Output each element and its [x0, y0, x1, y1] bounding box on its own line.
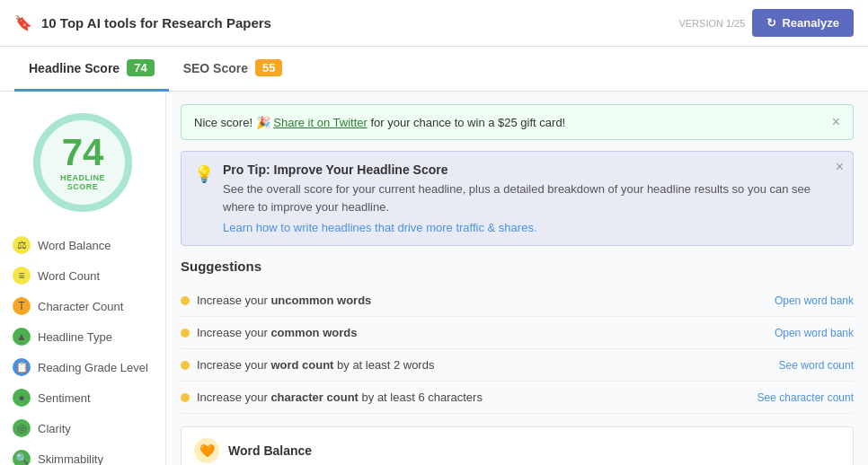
top-bar: 🔖 10 Top AI tools for Research Papers VE… — [0, 0, 868, 47]
suggestion-item-common-words: Increase your common words Open word ban… — [181, 317, 854, 349]
word-balance-section: 🧡 Word Balance — [181, 426, 854, 465]
headline-score-badge: 74 — [127, 59, 154, 76]
seo-score-badge: 55 — [255, 59, 282, 76]
headline-type-icon: ▲ — [13, 328, 31, 346]
word-count-icon: ≡ — [13, 267, 31, 285]
sidebar-item-skimmability[interactable]: 🔍 Skimmability — [0, 443, 165, 465]
word-balance-icon: ⚖ — [13, 236, 31, 254]
suggestion-dot — [181, 296, 190, 305]
suggestions-section: Suggestions Increase your uncommon words… — [181, 259, 854, 414]
pro-tip-header: 💡 Pro Tip: Improve Your Headline Score S… — [194, 162, 840, 234]
suggestion-dot — [181, 361, 190, 370]
suggestion-item-uncommon-words: Increase your uncommon words Open word b… — [181, 285, 854, 317]
bookmark-icon: 🔖 — [14, 14, 32, 31]
share-alert: Nice score! 🎉 Share it on Twitter for yo… — [181, 104, 854, 140]
suggestion-text-character-count: Increase your character count by at leas… — [197, 390, 483, 404]
score-circle-label: HEADLINESCORE — [60, 173, 105, 191]
headline-tab-label: Headline Score — [29, 61, 120, 75]
pro-tip-title: Pro Tip: Improve Your Headline Score — [223, 162, 840, 177]
tab-headline[interactable]: Headline Score 74 — [14, 47, 169, 92]
content-area: Nice score! 🎉 Share it on Twitter for yo… — [166, 92, 868, 465]
suggestion-text-uncommon: Increase your uncommon words — [197, 294, 371, 307]
alert-close-button[interactable]: × — [832, 114, 840, 130]
main-content: 74 HEADLINESCORE ⚖ Word Balance ≡ Word C… — [0, 92, 868, 465]
sidebar-item-headline-type[interactable]: ▲ Headline Type — [0, 321, 165, 352]
sidebar-label-clarity: Clarity — [38, 422, 71, 435]
reanalyze-button[interactable]: ↻ Reanalyze — [752, 9, 854, 37]
headline-score-circle: 74 HEADLINESCORE — [33, 113, 132, 212]
reanalyze-icon: ↻ — [766, 16, 776, 30]
word-balance-section-title: Word Balance — [228, 443, 312, 458]
sidebar-item-clarity[interactable]: ◎ Clarity — [0, 413, 165, 443]
suggestion-text-word-count: Increase your word count by at least 2 w… — [197, 358, 434, 372]
pro-tip-close-button[interactable]: × — [836, 159, 844, 175]
score-circle-wrap: 74 HEADLINESCORE — [0, 113, 165, 212]
sidebar-label-word-count: Word Count — [38, 269, 100, 283]
open-word-bank-link-1[interactable]: Open word bank — [775, 294, 854, 307]
reading-grade-icon: 📋 — [13, 358, 31, 376]
tabs-bar: Headline Score 74 SEO Score 55 — [0, 47, 868, 92]
sidebar-label-skimmability: Skimmability — [38, 452, 103, 466]
pro-tip-description: See the overall score for your current h… — [223, 180, 840, 215]
top-bar-right: VERSION 1/25 ↻ Reanalyze — [678, 9, 854, 37]
page-title: 10 Top AI tools for Research Papers — [41, 15, 271, 31]
suggestion-dot — [181, 393, 190, 402]
tab-seo[interactable]: SEO Score 55 — [169, 47, 297, 92]
sidebar-label-headline-type: Headline Type — [38, 330, 112, 344]
word-balance-section-icon: 🧡 — [194, 438, 219, 463]
sidebar-label-character-count: Character Count — [38, 300, 123, 313]
clarity-icon: ◎ — [13, 419, 31, 437]
skimmability-icon: 🔍 — [13, 450, 31, 465]
sidebar-label-reading-grade: Reading Grade Level — [38, 361, 148, 374]
bulb-icon: 💡 — [194, 164, 214, 184]
sidebar-label-word-balance: Word Balance — [38, 239, 111, 252]
version-text: VERSION 1/25 — [678, 18, 745, 29]
see-word-count-link[interactable]: See word count — [779, 359, 854, 372]
see-character-count-link[interactable]: See character count — [757, 391, 854, 404]
sidebar-label-sentiment: Sentiment — [38, 391, 91, 405]
suggestion-item-word-count: Increase your word count by at least 2 w… — [181, 349, 854, 382]
suggestion-item-character-count: Increase your character count by at leas… — [181, 382, 854, 414]
suggestion-dot — [181, 329, 190, 338]
sidebar-item-word-balance[interactable]: ⚖ Word Balance — [0, 230, 165, 260]
sidebar-item-character-count[interactable]: T Character Count — [0, 291, 165, 321]
suggestion-text-common: Increase your common words — [197, 326, 357, 339]
alert-text: Nice score! 🎉 Share it on Twitter for yo… — [194, 116, 565, 129]
sentiment-icon: ● — [13, 389, 31, 407]
suggestions-title: Suggestions — [181, 259, 854, 274]
pro-tip-content: Pro Tip: Improve Your Headline Score See… — [223, 162, 840, 234]
pro-tip-box: × 💡 Pro Tip: Improve Your Headline Score… — [181, 151, 854, 246]
seo-tab-label: SEO Score — [183, 61, 248, 75]
character-count-icon: T — [13, 297, 31, 315]
pro-tip-link[interactable]: Learn how to write headlines that drive … — [223, 221, 537, 234]
top-bar-left: 🔖 10 Top AI tools for Research Papers — [14, 14, 271, 31]
share-twitter-link[interactable]: Share it on Twitter — [273, 116, 368, 129]
sidebar-item-reading-grade[interactable]: 📋 Reading Grade Level — [0, 352, 165, 382]
sidebar-item-sentiment[interactable]: ● Sentiment — [0, 382, 165, 413]
score-number: 74 — [62, 134, 104, 171]
sidebar-item-word-count[interactable]: ≡ Word Count — [0, 260, 165, 291]
open-word-bank-link-2[interactable]: Open word bank — [775, 327, 854, 339]
sidebar: 74 HEADLINESCORE ⚖ Word Balance ≡ Word C… — [0, 92, 166, 465]
